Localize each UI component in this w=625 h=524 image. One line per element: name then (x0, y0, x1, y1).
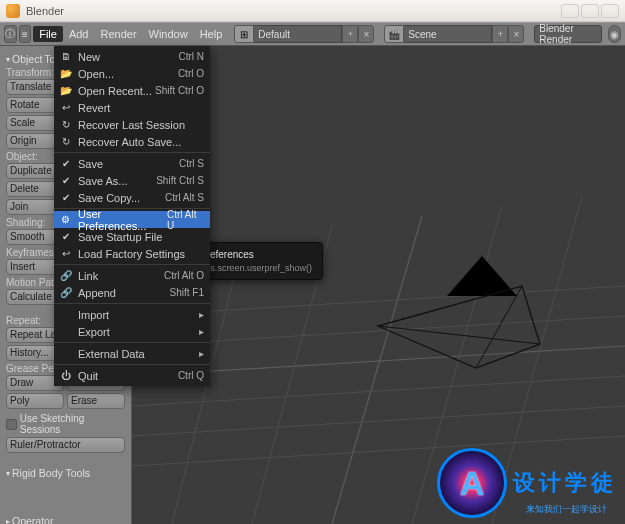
recov-icon: ↻ (59, 118, 72, 131)
file-menu-open-recent[interactable]: 📂Open Recent...Shift Ctrl O (54, 82, 210, 99)
window-title: Blender (26, 5, 64, 17)
file-menu-quit[interactable]: ⏻QuitCtrl Q (54, 367, 210, 384)
file-menu-recover-last-session[interactable]: ↻Recover Last Session (54, 116, 210, 133)
rev-icon: ↩ (59, 247, 72, 260)
menu-label: Recover Last Session (78, 119, 185, 131)
menu-help[interactable]: Help (194, 26, 229, 42)
shortcut-label: Ctrl N (178, 51, 204, 62)
file-menu-user-preferences[interactable]: ⚙User Preferences...Ctrl Alt U (54, 211, 210, 228)
folder-icon: 📂 (59, 84, 72, 97)
menu-label: Export (78, 326, 110, 338)
file-menu-save-startup-file[interactable]: ✔Save Startup File (54, 228, 210, 245)
blender-org-icon[interactable]: ◉ (608, 25, 621, 43)
menu-label: New (78, 51, 100, 63)
menu-label: Load Factory Settings (78, 248, 185, 260)
info-header: ⓘ ≡ FileAddRenderWindowHelp ⊞ Default + … (0, 22, 625, 46)
rev-icon: ↩ (59, 101, 72, 114)
file-menu-recover-auto-save[interactable]: ↻Recover Auto Save... (54, 133, 210, 150)
screen-browse-icon[interactable]: ⊞ (234, 25, 254, 43)
menu-render[interactable]: Render (94, 26, 142, 42)
watermark-text: 设计学徒 (513, 468, 617, 498)
watermark: A 设计学徒 来知我们一起学设计 (437, 448, 617, 518)
link-icon: 🔗 (59, 269, 72, 282)
menu-label: Open... (78, 68, 114, 80)
menu-file[interactable]: File (33, 26, 63, 42)
maximize-button[interactable] (581, 4, 599, 18)
scene-selector[interactable]: 🎬 Scene + × (384, 25, 524, 43)
file-menu-save-as[interactable]: ✔Save As...Shift Ctrl S (54, 172, 210, 189)
check-icon: ✔ (59, 157, 72, 170)
window-controls (561, 4, 619, 18)
scene-remove-button[interactable]: × (508, 25, 524, 43)
menu-add[interactable]: Add (63, 26, 95, 42)
gp-erase-button[interactable]: Erase (67, 393, 125, 409)
gp-poly-button[interactable]: Poly (6, 393, 64, 409)
submenu-arrow-icon: ▸ (199, 348, 204, 359)
shortcut-label: Ctrl O (178, 68, 204, 79)
menu-label: Save As... (78, 175, 128, 187)
blank-icon (59, 325, 72, 338)
file-menu-append[interactable]: 🔗AppendShift F1 (54, 284, 210, 301)
shortcut-label: Ctrl Alt S (165, 192, 204, 203)
shortcut-label: Shift Ctrl O (155, 85, 204, 96)
recov-icon: ↻ (59, 135, 72, 148)
menu-label: Quit (78, 370, 98, 382)
shortcut-label: Ctrl S (179, 158, 204, 169)
gear-icon: ⚙ (59, 213, 72, 226)
scene-name[interactable]: Scene (404, 25, 492, 43)
shortcut-label: Shift Ctrl S (156, 175, 204, 186)
layout-name[interactable]: Default (254, 25, 342, 43)
menu-label: Save Copy... (78, 192, 140, 204)
file-menu-new[interactable]: 🗎NewCtrl N (54, 48, 210, 65)
top-menu-bar: FileAddRenderWindowHelp (33, 26, 228, 42)
folder-icon: 📂 (59, 67, 72, 80)
scene-browse-icon[interactable]: 🎬 (384, 25, 404, 43)
rigid-body-header[interactable]: Rigid Body Tools (6, 467, 125, 479)
menu-label: Recover Auto Save... (78, 136, 181, 148)
file-menu-external-data[interactable]: External Data▸ (54, 345, 210, 362)
blender-app-icon (6, 4, 20, 18)
scene-add-button[interactable]: + (492, 25, 508, 43)
svg-line-13 (378, 326, 540, 344)
menu-window[interactable]: Window (143, 26, 194, 42)
menu-label: Open Recent... (78, 85, 152, 97)
link-icon: 🔗 (59, 286, 72, 299)
camera-object[interactable] (372, 256, 572, 396)
ruler-button[interactable]: Ruler/Protractor (6, 437, 125, 453)
render-engine-dropdown[interactable]: Blender Render (534, 25, 602, 43)
header-collapse-icon[interactable]: ≡ (19, 25, 32, 43)
minimize-button[interactable] (561, 4, 579, 18)
file-menu-save-copy[interactable]: ✔Save Copy...Ctrl Alt S (54, 189, 210, 206)
file-menu-save[interactable]: ✔SaveCtrl S (54, 155, 210, 172)
file-menu-revert[interactable]: ↩Revert (54, 99, 210, 116)
layout-selector[interactable]: ⊞ Default + × (234, 25, 374, 43)
file-menu-popup: 🗎NewCtrl N📂Open...Ctrl O📂Open Recent...S… (54, 46, 210, 386)
menu-label: Save (78, 158, 103, 170)
operator-panel-header[interactable]: Operator (6, 515, 125, 524)
menu-label: Save Startup File (78, 231, 162, 243)
file-menu-import[interactable]: Import▸ (54, 306, 210, 323)
file-menu-link[interactable]: 🔗LinkCtrl Alt O (54, 267, 210, 284)
layout-remove-button[interactable]: × (358, 25, 374, 43)
file-menu-export[interactable]: Export▸ (54, 323, 210, 340)
submenu-arrow-icon: ▸ (199, 326, 204, 337)
window-titlebar: Blender (0, 0, 625, 22)
check-icon: ✔ (59, 191, 72, 204)
menu-label: Import (78, 309, 109, 321)
layout-add-button[interactable]: + (342, 25, 358, 43)
quit-icon: ⏻ (59, 369, 72, 382)
menu-label: Revert (78, 102, 110, 114)
shortcut-label: Ctrl Q (178, 370, 204, 381)
file-menu-load-factory-settings[interactable]: ↩Load Factory Settings (54, 245, 210, 262)
sketch-sessions-checkbox[interactable]: Use Sketching Sessions (6, 413, 125, 435)
svg-marker-12 (378, 286, 540, 368)
check-icon: ✔ (59, 230, 72, 243)
watermark-badge: A (437, 448, 507, 518)
shortcut-label: Shift F1 (170, 287, 204, 298)
svg-line-14 (476, 286, 522, 368)
main-area: Object Tools Transform: Translate Rotate… (0, 46, 625, 524)
file-menu-open[interactable]: 📂Open...Ctrl O (54, 65, 210, 82)
menu-label: External Data (78, 348, 145, 360)
editor-type-icon[interactable]: ⓘ (4, 25, 17, 43)
close-button[interactable] (601, 4, 619, 18)
